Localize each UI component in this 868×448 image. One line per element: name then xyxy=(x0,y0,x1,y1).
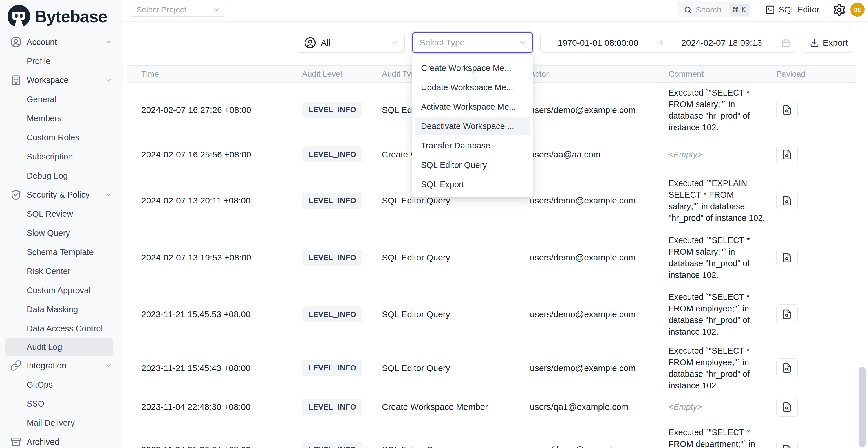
project-select[interactable]: Select Project xyxy=(129,3,226,17)
col-header-actor: Actor xyxy=(530,69,669,79)
menu-item-transfer-database[interactable]: Transfer Database xyxy=(414,137,530,155)
sidebar-item-schema-template[interactable]: Schema Template xyxy=(0,243,123,262)
sidebar-item-general[interactable]: General xyxy=(0,90,123,109)
search-shortcut-badge: ⌘ K xyxy=(729,4,749,16)
shield-check-icon xyxy=(9,189,22,200)
sidebar-item-profile[interactable]: Profile xyxy=(0,52,123,71)
type-filter-menu: Create Workspace Me... Update Workspace … xyxy=(412,55,533,197)
arrow-right-icon xyxy=(656,38,664,47)
export-button[interactable]: Export xyxy=(804,33,854,53)
sidebar: Bytebase Account Profile Workspace Gener… xyxy=(0,0,123,448)
payload-view-button[interactable] xyxy=(776,100,798,120)
sidebar-item-security-policy[interactable]: Security & Policy xyxy=(0,185,123,204)
sidebar-item-data-access-control[interactable]: Data Access Control xyxy=(0,319,123,338)
sql-editor-button[interactable]: SQL Editor xyxy=(759,2,826,18)
table-row: 2024-02-07 13:19:53 +08:00 LEVEL_INFO SQ… xyxy=(127,229,856,286)
sidebar-item-data-masking[interactable]: Data Masking xyxy=(0,300,123,319)
level-badge: LEVEL_INFO xyxy=(302,102,363,118)
col-header-audit-level: Audit Level xyxy=(302,69,382,79)
level-badge: LEVEL_INFO xyxy=(302,360,363,376)
date-start-value[interactable]: 1970-01-01 08:00:00 xyxy=(558,38,639,48)
download-icon xyxy=(810,38,819,47)
bytebase-logo[interactable]: Bytebase xyxy=(0,0,123,32)
payload-view-button[interactable] xyxy=(776,145,798,164)
sidebar-item-workspace[interactable]: Workspace xyxy=(0,71,123,90)
sidebar-item-risk-center[interactable]: Risk Center xyxy=(0,262,123,281)
link-icon xyxy=(9,360,22,371)
chevron-down-icon xyxy=(519,38,527,46)
table-row: 2023-11-04 22:48:30 +08:00 LEVEL_INFO Cr… xyxy=(127,393,856,421)
calendar-icon xyxy=(781,38,791,48)
payload-view-button[interactable] xyxy=(776,191,798,211)
sidebar-item-integration[interactable]: Integration xyxy=(0,356,123,375)
menu-item-create-workspace-member[interactable]: Create Workspace Me... xyxy=(414,59,530,77)
bytebase-logo-icon xyxy=(7,5,30,28)
sidebar-item-sql-review[interactable]: SQL Review xyxy=(0,204,123,223)
table-row: 2023-11-21 15:45:43 +08:00 LEVEL_INFO SQ… xyxy=(127,343,856,393)
search-placeholder: Search xyxy=(696,5,721,14)
sidebar-item-debug-log[interactable]: Debug Log xyxy=(0,166,123,185)
menu-item-sql-export[interactable]: SQL Export xyxy=(414,175,530,193)
sidebar-item-slow-query[interactable]: Slow Query xyxy=(0,223,123,243)
menu-item-sql-editor-query[interactable]: SQL Editor Query xyxy=(414,156,530,174)
chevron-down-icon xyxy=(105,191,112,198)
chevron-down-icon xyxy=(212,6,220,14)
payload-view-button[interactable] xyxy=(776,358,798,378)
chevron-down-icon xyxy=(105,362,112,369)
level-badge: LEVEL_INFO xyxy=(302,399,363,415)
sidebar-item-mail-delivery[interactable]: Mail Delivery xyxy=(0,413,123,433)
level-badge: LEVEL_INFO xyxy=(302,193,363,209)
terminal-icon xyxy=(765,5,775,15)
col-header-payload: Payload xyxy=(776,69,856,79)
sidebar-item-account[interactable]: Account xyxy=(0,32,123,52)
chevron-down-icon xyxy=(391,39,399,47)
actor-filter-select[interactable]: All xyxy=(298,33,405,53)
date-end-value[interactable]: 2024-02-07 18:09:13 xyxy=(681,38,762,48)
sidebar-item-gitops[interactable]: GitOps xyxy=(0,375,123,394)
user-circle-icon xyxy=(9,36,22,48)
search-input[interactable]: Search ⌘ K xyxy=(678,2,752,18)
table-row: 2023-11-04 21:06:24 +08:00 LEVEL_INFO SQ… xyxy=(127,421,856,448)
col-header-time: Time xyxy=(127,69,302,79)
sidebar-item-custom-approval[interactable]: Custom Approval xyxy=(0,281,123,300)
level-badge: LEVEL_INFO xyxy=(302,307,363,322)
building-icon xyxy=(9,74,22,86)
archive-icon xyxy=(9,436,22,448)
type-filter-select[interactable]: Select Type xyxy=(412,32,533,53)
sidebar-item-audit-log[interactable]: Audit Log xyxy=(5,338,113,356)
payload-view-button[interactable] xyxy=(776,440,798,448)
table-row: 2023-11-21 15:45:53 +08:00 LEVEL_INFO SQ… xyxy=(127,286,856,343)
level-badge: LEVEL_INFO xyxy=(302,250,363,266)
sidebar-item-subscription[interactable]: Subscription xyxy=(0,147,123,166)
vertical-scrollbar-thumb[interactable] xyxy=(859,367,866,447)
brand-name: Bytebase xyxy=(35,7,107,26)
menu-item-update-workspace-member[interactable]: Update Workspace Me... xyxy=(414,78,530,96)
actor-filter-value: All xyxy=(321,38,330,48)
sidebar-item-archived[interactable]: Archived xyxy=(0,433,123,448)
sidebar-item-sso[interactable]: SSO xyxy=(0,394,123,413)
settings-gear-icon[interactable] xyxy=(833,3,846,17)
search-icon xyxy=(684,5,692,14)
chevron-down-icon xyxy=(105,76,112,84)
col-header-comment: Comment xyxy=(669,69,776,79)
payload-view-button[interactable] xyxy=(776,397,798,417)
sidebar-item-custom-roles[interactable]: Custom Roles xyxy=(0,128,123,147)
date-range-picker[interactable]: 1970-01-01 08:00:00 2024-02-07 18:09:13 xyxy=(540,33,796,53)
payload-view-button[interactable] xyxy=(776,248,798,267)
type-filter-placeholder: Select Type xyxy=(420,38,465,47)
avatar[interactable]: DE xyxy=(850,3,865,17)
chevron-down-icon xyxy=(105,38,112,46)
payload-view-button[interactable] xyxy=(776,305,798,324)
level-badge: LEVEL_INFO xyxy=(302,442,363,448)
menu-item-activate-workspace-member[interactable]: Activate Workspace Me... xyxy=(414,98,530,116)
menu-item-deactivate-workspace-member[interactable]: Deactivate Workspace ... xyxy=(414,117,530,135)
level-badge: LEVEL_INFO xyxy=(302,147,363,162)
sidebar-item-members[interactable]: Members xyxy=(0,109,123,128)
user-circle-icon xyxy=(304,37,316,49)
